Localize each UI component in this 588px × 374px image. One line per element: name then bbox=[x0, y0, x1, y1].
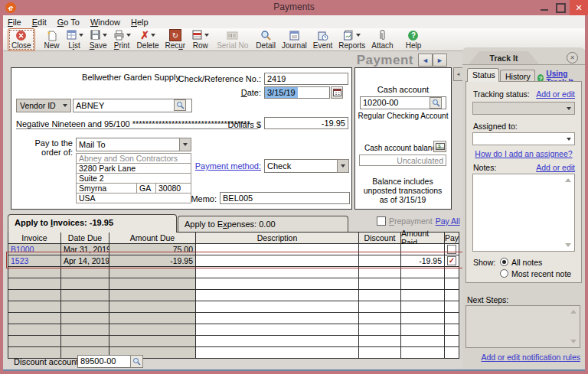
notes-add-edit-link[interactable]: Add or edit bbox=[536, 163, 575, 172]
vendor-lookup-button[interactable] bbox=[174, 99, 186, 111]
mail-to-caret[interactable] bbox=[179, 138, 191, 151]
delete-button[interactable]: ✗ Delete bbox=[134, 29, 162, 50]
payment-method-caret[interactable] bbox=[337, 159, 349, 173]
address-line2-field[interactable]: Suite 2 bbox=[76, 173, 191, 184]
next-record-button[interactable]: ► bbox=[433, 54, 447, 67]
cash-account-lookup-button[interactable] bbox=[430, 97, 442, 109]
save-button[interactable]: Save bbox=[87, 29, 110, 50]
row-dropdown-caret[interactable] bbox=[204, 34, 209, 37]
notes-label: Notes: bbox=[473, 163, 496, 172]
amount-due-cell[interactable]: 75.00 bbox=[109, 244, 195, 255]
magnifier-icon bbox=[260, 30, 272, 41]
memo-field[interactable]: BEL005 bbox=[220, 192, 350, 204]
col-header-invoice: Invoice bbox=[8, 233, 60, 243]
previous-record-button[interactable]: ◄ bbox=[418, 54, 433, 67]
description-cell[interactable] bbox=[196, 244, 358, 255]
discount-cell[interactable] bbox=[359, 244, 400, 255]
menu-edit[interactable]: Edit bbox=[32, 18, 47, 27]
tracking-status-dropdown[interactable] bbox=[472, 102, 575, 115]
save-icon bbox=[90, 29, 101, 42]
invoice-cell[interactable]: 1523 bbox=[8, 255, 60, 266]
list-button[interactable]: List bbox=[63, 29, 87, 50]
tab-history[interactable]: History bbox=[500, 70, 535, 82]
event-button[interactable]: Event bbox=[310, 29, 336, 50]
discount-account-lookup-button[interactable] bbox=[130, 355, 143, 368]
pay-all-link[interactable]: Pay All bbox=[436, 216, 460, 226]
cash-account-panel: Cash account 10200-00 Regular Checking A… bbox=[354, 67, 452, 210]
new-button[interactable]: New bbox=[41, 29, 63, 50]
row-button[interactable]: Row bbox=[188, 29, 212, 50]
pay-checkbox[interactable]: ✓ bbox=[447, 256, 456, 265]
zip-field[interactable]: 30080 bbox=[155, 183, 191, 194]
city-field[interactable]: Smyrna bbox=[76, 183, 137, 194]
assigned-to-dropdown[interactable] bbox=[472, 132, 575, 145]
calendar-button[interactable] bbox=[331, 86, 343, 99]
amount-field[interactable]: -19.95 bbox=[264, 117, 348, 129]
notification-rules-link[interactable]: Add or edit notification rules bbox=[466, 353, 580, 362]
amount-paid-cell[interactable]: -19.95 bbox=[401, 255, 444, 266]
delete-dropdown-caret[interactable] bbox=[151, 34, 155, 37]
mail-to-dropdown[interactable]: Mail To bbox=[76, 138, 185, 151]
check-ref-field[interactable]: 2419 bbox=[264, 73, 348, 85]
print-button[interactable]: Print bbox=[110, 29, 134, 50]
menu-goto[interactable]: Go To bbox=[57, 18, 80, 27]
attach-button[interactable]: Attach bbox=[368, 29, 396, 50]
save-dropdown-caret[interactable] bbox=[103, 34, 107, 37]
reports-dropdown-caret[interactable] bbox=[356, 34, 361, 37]
cash-account-label: Cash account bbox=[355, 85, 451, 94]
notes-textarea[interactable] bbox=[472, 174, 575, 252]
prepayment-checkbox[interactable] bbox=[377, 216, 386, 226]
maximize-button[interactable] bbox=[556, 3, 566, 13]
list-dropdown-caret[interactable] bbox=[79, 34, 83, 37]
barcode-icon bbox=[227, 30, 238, 41]
close-window-button[interactable]: ✕ bbox=[570, 0, 588, 15]
date-due-cell[interactable]: Apr 14, 2019 bbox=[61, 255, 109, 266]
description-cell[interactable] bbox=[196, 255, 358, 266]
calendar-icon bbox=[333, 86, 341, 99]
event-icon bbox=[317, 30, 328, 41]
invoice-table: Invoice Date Due Amount Due Description … bbox=[8, 232, 459, 359]
vendor-selector-dropdown[interactable]: Vendor ID bbox=[16, 99, 71, 112]
help-button[interactable]: ? Help bbox=[403, 29, 425, 50]
track-it-close-icon[interactable]: ✕ bbox=[567, 52, 578, 63]
all-notes-radio[interactable] bbox=[500, 258, 508, 266]
date-field[interactable]: 3/15/19 bbox=[264, 86, 330, 99]
date-due-cell[interactable]: Mar 31, 2019 bbox=[61, 244, 109, 255]
scroll-up-icon[interactable] bbox=[565, 178, 571, 182]
discount-account-field[interactable]: 89500-00 bbox=[77, 355, 134, 368]
next-steps-textarea[interactable] bbox=[466, 305, 580, 348]
scroll-down-icon[interactable] bbox=[570, 340, 577, 343]
payment-method-link[interactable]: Payment method: bbox=[165, 161, 261, 171]
payment-method-dropdown[interactable]: Check bbox=[264, 159, 342, 173]
tab-apply-to-expenses[interactable]: Apply to Expenses: 0.00 bbox=[178, 216, 348, 233]
invoice-cell[interactable]: B1000 bbox=[8, 244, 60, 255]
tab-apply-to-invoices[interactable]: Apply to Invoices: -19.95 bbox=[8, 214, 177, 233]
scroll-down-icon[interactable] bbox=[565, 243, 571, 247]
print-dropdown-caret[interactable] bbox=[126, 34, 131, 37]
recur-button[interactable]: ↻ Recur bbox=[162, 29, 189, 50]
menu-window[interactable]: Window bbox=[90, 18, 120, 27]
detail-button[interactable]: Detail bbox=[253, 29, 279, 50]
close-button[interactable]: Close bbox=[8, 28, 35, 51]
minimize-button[interactable] bbox=[541, 9, 548, 11]
track-it-tab[interactable]: Track It bbox=[469, 51, 539, 64]
assignee-help-link[interactable]: How do I add an assignee? bbox=[466, 149, 581, 158]
discount-cell[interactable] bbox=[359, 255, 400, 266]
next-steps-label: Next Steps: bbox=[467, 295, 508, 304]
state-field[interactable]: GA bbox=[136, 183, 156, 194]
menu-help[interactable]: Help bbox=[131, 18, 149, 27]
menu-file[interactable]: File bbox=[8, 18, 21, 27]
pay-checkbox[interactable] bbox=[447, 245, 456, 254]
track-it-panel: Track It ✕ Status History ? Using Track … bbox=[462, 47, 585, 369]
most-recent-note-radio[interactable] bbox=[500, 269, 508, 278]
pay-to-label: Pay to theorder of: bbox=[16, 138, 73, 157]
tracking-add-edit-link[interactable]: Add or edit bbox=[536, 89, 575, 99]
scroll-up-icon[interactable] bbox=[570, 310, 577, 314]
vendor-selector-caret bbox=[63, 104, 67, 107]
reports-button[interactable]: Reports bbox=[335, 29, 368, 50]
amount-paid-cell[interactable] bbox=[401, 244, 444, 255]
amount-due-cell[interactable]: -19.95 bbox=[109, 255, 195, 266]
tab-status[interactable]: Status bbox=[467, 68, 499, 82]
journal-button[interactable]: Journal bbox=[279, 29, 310, 50]
recalculate-balance-button[interactable]: $ bbox=[433, 141, 446, 152]
